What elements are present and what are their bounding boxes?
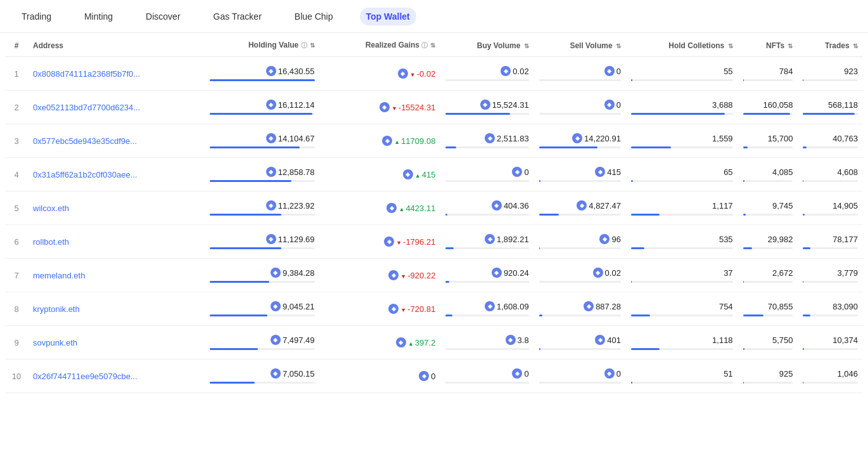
cell-address: 0xe052113bd7d7700d6234... — [28, 91, 205, 124]
trades-value: 3,779 — [837, 268, 858, 278]
cell-address: wilcox.eth — [28, 191, 205, 225]
holding-bar — [210, 281, 315, 283]
cell-sell: ◈ 96 — [534, 225, 626, 259]
main-nav: TradingMintingDiscoverGas TrackerBlue Ch… — [0, 0, 868, 33]
address-link[interactable]: 0x31a5ff62a1b2c0f030aee... — [33, 170, 137, 179]
sell-bar — [539, 247, 621, 249]
cell-collections: 65 — [626, 158, 738, 191]
table-row: 9sovpunk.eth ◈ 7,497.49 ◈ 397.2 ◈ 3.8 — [5, 326, 863, 360]
eth-icon-buy: ◈ — [485, 234, 495, 244]
nfts-value: 4,085 — [772, 167, 793, 177]
sell-value: 887.28 — [596, 302, 621, 311]
cell-gains: ◈ 415 — [320, 158, 441, 191]
address-link[interactable]: kryptonik.eth — [33, 304, 80, 314]
table-body: 10x8088d74111a2368f5b7f0... ◈ 16,430.55 … — [5, 57, 863, 393]
nav-item-discover[interactable]: Discover — [139, 8, 186, 25]
eth-icon-buy: ◈ — [512, 167, 522, 177]
address-link[interactable]: 0x577ebc5de943e35cdf9e... — [33, 136, 137, 146]
cell-gains: ◈ 397.2 — [320, 326, 441, 360]
holding-value: 9,045.21 — [283, 302, 315, 311]
cell-rank: 7 — [5, 259, 28, 292]
sell-value: 4,827.47 — [589, 201, 621, 211]
trades-bar — [803, 79, 858, 81]
nfts-bar — [743, 180, 793, 182]
cell-address: rollbot.eth — [28, 225, 205, 259]
table-row: 40x31a5ff62a1b2c0f030aee... ◈ 12,858.78 … — [5, 158, 863, 191]
buy-bar — [445, 281, 528, 283]
col-buy[interactable]: Buy Volume ⇅ — [440, 33, 533, 57]
holding-value: 16,112.14 — [278, 100, 315, 110]
address-link[interactable]: memeland.eth — [33, 271, 85, 280]
sell-value: 96 — [611, 235, 620, 244]
nav-item-minting[interactable]: Minting — [78, 8, 119, 25]
trades-value: 923 — [844, 67, 858, 76]
holding-bar — [210, 146, 315, 148]
nfts-value: 9,745 — [772, 201, 793, 211]
address-link[interactable]: 0x26f744711ee9e5079cbe... — [33, 372, 137, 381]
trades-value: 10,374 — [833, 335, 858, 345]
address-link[interactable]: 0x8088d74111a2368f5b7f0... — [33, 69, 140, 79]
eth-icon-buy: ◈ — [512, 368, 522, 379]
col-trades[interactable]: Trades ⇅ — [798, 33, 863, 57]
eth-icon-gains: ◈ — [419, 371, 429, 381]
eth-icon-sell: ◈ — [595, 335, 605, 345]
nav-item-top-wallet[interactable]: Top Wallet — [360, 8, 416, 25]
nav-item-gas-tracker[interactable]: Gas Tracker — [207, 8, 268, 25]
cell-holding: ◈ 7,497.49 — [205, 326, 320, 360]
col-nfts[interactable]: NFTs ⇅ — [738, 33, 798, 57]
table-row: 30x577ebc5de943e35cdf9e... ◈ 14,104.67 ◈… — [5, 124, 863, 158]
cell-trades: 40,763 — [798, 124, 863, 158]
nav-item-trading[interactable]: Trading — [15, 8, 58, 25]
holding-bar — [210, 382, 315, 384]
eth-icon-gains: ◈ — [398, 68, 408, 79]
cell-buy: ◈ 1,608.09 — [440, 292, 533, 326]
eth-icon-buy: ◈ — [501, 66, 511, 76]
address-link[interactable]: sovpunk.eth — [33, 338, 77, 347]
col-gains[interactable]: Realized Gains ⓘ⇅ — [320, 33, 441, 57]
cell-sell: ◈ 4,827.47 — [534, 191, 626, 225]
eth-icon-sell: ◈ — [584, 301, 594, 311]
cell-rank: 6 — [5, 225, 28, 259]
cell-address: 0x577ebc5de943e35cdf9e... — [28, 124, 205, 158]
holding-bar — [210, 79, 315, 81]
gains-value: -720.81 — [400, 304, 435, 314]
table-row: 20xe052113bd7d7700d6234... ◈ 16,112.14 ◈… — [5, 91, 863, 124]
eth-icon-sell: ◈ — [595, 167, 605, 177]
eth-icon-sell: ◈ — [593, 268, 603, 278]
gains-value: 4423.11 — [399, 204, 435, 213]
eth-icon: ◈ — [266, 234, 276, 244]
trades-bar — [803, 214, 858, 216]
cell-gains: ◈ -0.02 — [320, 57, 441, 91]
collections-value: 535 — [719, 235, 733, 244]
cell-rank: 1 — [5, 57, 28, 91]
cell-nfts: 925 — [738, 360, 798, 393]
nav-item-blue-chip[interactable]: Blue Chip — [288, 8, 340, 25]
cell-buy: ◈ 0.02 — [440, 57, 533, 91]
cell-holding: ◈ 11,223.92 — [205, 191, 320, 225]
col-collections[interactable]: Hold Colletions ⇅ — [626, 33, 738, 57]
cell-nfts: 15,700 — [738, 124, 798, 158]
address-link[interactable]: rollbot.eth — [33, 237, 69, 247]
eth-icon: ◈ — [266, 200, 276, 211]
eth-icon-buy: ◈ — [480, 100, 490, 110]
sell-bar — [539, 281, 621, 283]
address-link[interactable]: wilcox.eth — [33, 204, 69, 213]
eth-icon-gains: ◈ — [388, 304, 399, 314]
col-holding[interactable]: Holding Value ⓘ⇅ — [205, 33, 320, 57]
holding-bar — [210, 214, 315, 216]
cell-rank: 3 — [5, 124, 28, 158]
buy-bar — [445, 214, 528, 216]
trades-value: 1,046 — [837, 369, 858, 379]
nfts-bar — [743, 281, 793, 283]
address-link[interactable]: 0xe052113bd7d7700d6234... — [33, 103, 140, 112]
eth-icon-gains: ◈ — [382, 136, 392, 146]
col-sell[interactable]: Sell Volume ⇅ — [534, 33, 626, 57]
holding-bar — [210, 348, 315, 350]
cell-collections: 535 — [626, 225, 738, 259]
nfts-value: 29,982 — [768, 235, 793, 244]
trades-value: 4,608 — [837, 167, 858, 177]
cell-buy: ◈ 2,511.83 — [440, 124, 533, 158]
holding-bar — [210, 247, 315, 249]
cell-holding: ◈ 14,104.67 — [205, 124, 320, 158]
cell-nfts: 160,058 — [738, 91, 798, 124]
